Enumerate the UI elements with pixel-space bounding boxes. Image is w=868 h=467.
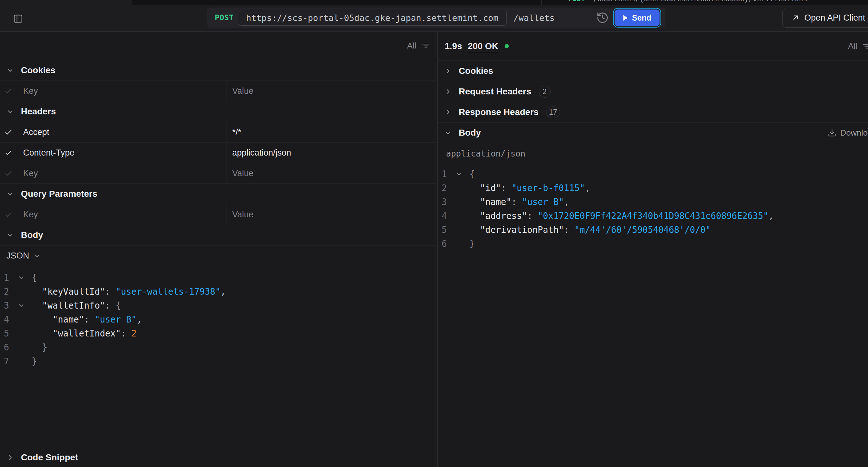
header-key: Accept xyxy=(23,127,50,137)
chevron-right-icon xyxy=(6,454,14,461)
code-token: "name" xyxy=(32,314,84,324)
value-field[interactable]: */* xyxy=(226,122,437,142)
key-field[interactable]: Accept xyxy=(17,122,226,142)
response-status-row: 1.9s 200 OK All xyxy=(438,32,868,61)
row-enable-toggle[interactable] xyxy=(0,163,17,183)
value-field[interactable]: Value xyxy=(226,81,437,101)
section-code-snippet[interactable]: Code Snippet xyxy=(0,448,437,467)
history-icon xyxy=(596,11,609,24)
code-token: { xyxy=(32,273,37,283)
key-field[interactable]: Content-Type xyxy=(17,143,226,163)
endpoint-path: /wallets xyxy=(514,13,555,23)
header-key: Content-Type xyxy=(23,148,74,158)
key-field[interactable]: Key xyxy=(17,204,226,225)
row-enable-toggle[interactable] xyxy=(0,143,17,163)
section-request-headers[interactable]: Request Headers 2 xyxy=(438,82,868,102)
section-cookies[interactable]: Cookies xyxy=(0,60,437,81)
section-response-cookies-title: Cookies xyxy=(459,66,493,76)
base-url-input[interactable]: https://scs-portal-05dac.gke-japan.settl… xyxy=(239,10,506,26)
line-number: 3 xyxy=(4,300,13,310)
chevron-down-icon xyxy=(6,231,14,239)
fold-chevron-icon[interactable] xyxy=(456,170,463,178)
fold-chevron-icon[interactable] xyxy=(18,302,25,309)
request-panel: All Cookies Key Value Headers Accept*/*C… xyxy=(0,32,437,467)
check-icon xyxy=(4,169,13,178)
row-enable-toggle[interactable] xyxy=(0,122,17,142)
section-response-headers-title: Response Headers xyxy=(459,107,538,117)
key-placeholder: Key xyxy=(23,168,38,178)
code-token: 2 xyxy=(131,328,137,338)
header-row: Content-Typeapplication/json xyxy=(0,143,437,163)
status-ok-dot xyxy=(505,44,509,48)
code-line: 1{ xyxy=(438,167,868,181)
key-placeholder: Key xyxy=(23,210,38,220)
code-line: 2 "keyVaultId": "user-wallets-17938", xyxy=(0,284,437,299)
response-status-code[interactable]: 200 OK xyxy=(468,41,499,51)
key-field[interactable]: Key xyxy=(17,163,226,183)
header-value: */* xyxy=(232,127,241,137)
response-body-viewer[interactable]: 1{2 "id": "user-b-f0115",3 "name": "user… xyxy=(438,164,868,467)
row-enable-toggle[interactable] xyxy=(0,204,17,225)
section-headers[interactable]: Headers xyxy=(0,101,437,122)
response-panel: 1.9s 200 OK All Cookies Request Headers … xyxy=(438,32,868,467)
section-response-body[interactable]: Body Download xyxy=(438,123,868,143)
value-field[interactable]: application/json xyxy=(226,143,437,163)
code-token: } xyxy=(469,239,475,249)
section-query-parameters[interactable]: Query Parameters xyxy=(0,184,437,204)
send-button[interactable]: Send xyxy=(615,9,659,26)
response-duration: 1.9s xyxy=(445,41,462,51)
value-field[interactable]: Value xyxy=(226,204,437,225)
response-filter-all[interactable]: All xyxy=(848,41,868,51)
code-line: 3 "name": "user B", xyxy=(438,195,868,209)
code-token: "derivationPath" xyxy=(469,225,564,235)
section-response-cookies[interactable]: Cookies xyxy=(438,61,868,82)
fold-toggle[interactable] xyxy=(16,302,27,309)
line-number: 5 xyxy=(442,225,451,235)
fold-toggle[interactable] xyxy=(454,170,464,178)
body-format-select[interactable]: JSON xyxy=(0,246,437,266)
sidebar-toggle-button[interactable] xyxy=(11,12,25,25)
code-token: "address" xyxy=(469,211,527,221)
section-headers-title: Headers xyxy=(21,106,56,117)
section-request-body[interactable]: Body xyxy=(0,225,437,246)
code-line: 4 "address": "0x1720E0F9Ff422A4f340b41D9… xyxy=(438,209,868,223)
request-headers-count-badge: 2 xyxy=(539,86,551,98)
clipped-path-label: /addresses/{userAddressInAddressBook}/ve… xyxy=(593,0,807,3)
line-number: 2 xyxy=(442,183,451,193)
code-token: : xyxy=(121,328,131,338)
download-button[interactable]: Download xyxy=(828,128,868,138)
request-body-editor[interactable]: 1{2 "keyVaultId": "user-wallets-17938",3… xyxy=(0,266,437,448)
line-number: 4 xyxy=(4,314,13,324)
chevron-down-icon xyxy=(6,108,14,115)
request-filter-all[interactable]: All xyxy=(407,41,430,51)
line-number: 6 xyxy=(442,239,451,249)
chevron-right-icon xyxy=(444,88,452,95)
code-text: "address": "0x1720E0F9Ff422A4f340b41D98C… xyxy=(469,211,774,221)
code-token: "id" xyxy=(469,183,501,193)
history-button[interactable] xyxy=(595,11,610,25)
method-badge: POST xyxy=(215,13,234,22)
request-filter-row: All xyxy=(0,32,437,60)
code-token: , xyxy=(585,183,590,193)
fold-chevron-icon[interactable] xyxy=(18,274,25,281)
code-line: 4 "name": "user B", xyxy=(0,312,437,326)
key-field[interactable]: Key xyxy=(17,81,226,101)
line-number: 7 xyxy=(4,356,13,366)
fold-toggle[interactable] xyxy=(16,274,27,281)
clipped-endpoint-row: POST/addresses/{userAddressInAddressBook… xyxy=(0,0,868,5)
section-response-headers[interactable]: Response Headers 17 xyxy=(438,102,868,123)
open-api-client-button[interactable]: Open API Client xyxy=(782,8,868,28)
row-enable-toggle[interactable] xyxy=(0,81,17,101)
code-token: { xyxy=(116,300,121,310)
code-text: } xyxy=(469,239,475,249)
response-headers-count-badge: 17 xyxy=(546,106,560,118)
code-line: 2 "id": "user-b-f0115", xyxy=(438,181,868,195)
value-field[interactable]: Value xyxy=(226,163,437,183)
clipped-method-label: POST xyxy=(568,0,585,3)
code-token: : xyxy=(527,211,537,221)
key-placeholder: Key xyxy=(23,86,38,96)
code-token: : xyxy=(84,314,95,324)
chevron-down-icon xyxy=(6,190,14,198)
panel-left-icon xyxy=(13,13,24,24)
code-token: "user-wallets-17938" xyxy=(116,286,220,297)
